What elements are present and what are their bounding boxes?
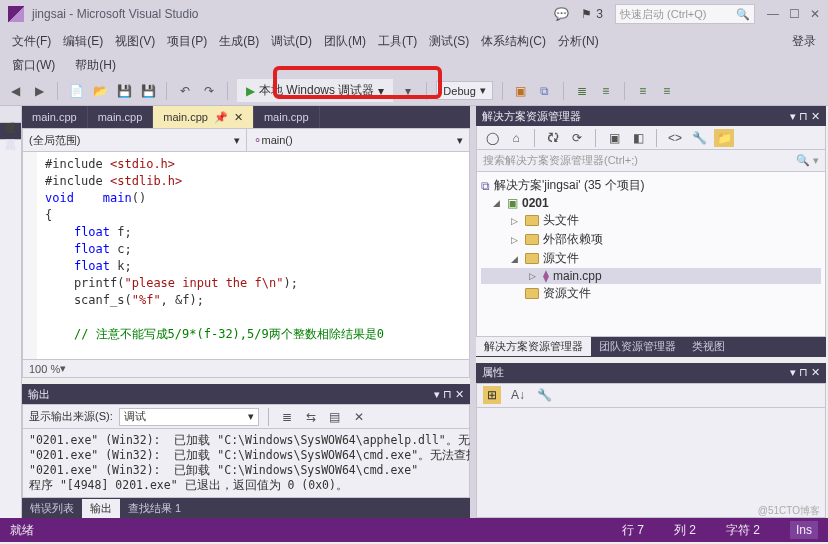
toolbox-icon[interactable]: ▣: [512, 82, 530, 100]
file-tab[interactable]: main.cpp: [22, 106, 88, 128]
menu-item[interactable]: 团队(M): [320, 31, 370, 52]
maximize-button[interactable]: ☐: [789, 7, 800, 21]
status-ready: 就绪: [10, 522, 34, 539]
output-bottom-tabs: 错误列表输出查找结果 1: [22, 498, 470, 518]
minimize-button[interactable]: —: [767, 7, 779, 21]
new-file-icon[interactable]: 📄: [67, 82, 85, 100]
outdent-icon[interactable]: ≡: [597, 82, 615, 100]
filter-icon[interactable]: 📁: [714, 129, 734, 147]
menu-item[interactable]: 项目(P): [163, 31, 211, 52]
function-combo[interactable]: ⚬ main()▾: [247, 129, 470, 151]
pin-icon[interactable]: ⊓: [799, 366, 808, 378]
autohide-icon[interactable]: ▾: [790, 366, 796, 378]
login-link[interactable]: 登录: [788, 31, 820, 52]
menu-item[interactable]: 文件(F): [8, 31, 55, 52]
quick-launch-input[interactable]: 快速启动 (Ctrl+Q)🔍: [615, 4, 755, 24]
scope-combo[interactable]: (全局范围)▾: [23, 129, 247, 151]
nav-fwd-icon[interactable]: ▶: [30, 82, 48, 100]
undo-icon[interactable]: ↶: [176, 82, 194, 100]
collapse-icon[interactable]: ◧: [629, 129, 647, 147]
menu-item[interactable]: 体系结构(C): [477, 31, 550, 52]
autohide-icon[interactable]: ▾: [434, 388, 440, 400]
menu-item[interactable]: 工具(T): [374, 31, 421, 52]
uncomment-icon[interactable]: ≡: [658, 82, 676, 100]
wrench-icon[interactable]: 🔧: [535, 386, 553, 404]
view-code-icon[interactable]: <>: [666, 129, 684, 147]
sort-icon[interactable]: A↓: [509, 386, 527, 404]
indent-icon[interactable]: ≣: [573, 82, 591, 100]
menu-item[interactable]: 编辑(E): [59, 31, 107, 52]
file-tab[interactable]: main.cpp: [254, 106, 320, 128]
panel-close-icon[interactable]: ✕: [811, 110, 820, 122]
toggle-wrap-icon[interactable]: ⇆: [302, 408, 320, 426]
tab-close-icon[interactable]: ✕: [234, 111, 243, 124]
solution-tree[interactable]: ⧉ 解决方案'jingsai' (35 个项目) ◢▣ 0201 ▷ 头文件 ▷…: [476, 172, 826, 337]
status-ins[interactable]: Ins: [790, 521, 818, 539]
menu-item[interactable]: 窗口(W): [8, 55, 59, 76]
properties-panel: 属性 ▾ ⊓ ✕ ⊞ A↓ 🔧: [476, 363, 826, 519]
layers-icon[interactable]: ⧉: [536, 82, 554, 100]
tree-folder-resources[interactable]: 资源文件: [481, 284, 821, 303]
tree-project[interactable]: ◢▣ 0201: [481, 195, 821, 211]
categorize-icon[interactable]: ⊞: [483, 386, 501, 404]
file-tab[interactable]: main.cpp: [88, 106, 154, 128]
output-source-combo[interactable]: 调试▾: [119, 408, 259, 426]
clear-output-icon[interactable]: ≣: [278, 408, 296, 426]
scope-value: (全局范围): [29, 133, 80, 148]
sln-tab[interactable]: 解决方案资源管理器: [476, 337, 591, 356]
menu-item[interactable]: 视图(V): [111, 31, 159, 52]
open-file-icon[interactable]: 📂: [91, 82, 109, 100]
menu-item[interactable]: 调试(D): [267, 31, 316, 52]
vtab-toolbox[interactable]: 工具箱: [0, 123, 21, 140]
output-tab[interactable]: 输出: [82, 499, 120, 518]
home-icon[interactable]: ⌂: [507, 129, 525, 147]
output-tab[interactable]: 查找结果 1: [120, 499, 189, 518]
close-button[interactable]: ✕: [810, 7, 820, 21]
panel-close-icon[interactable]: ✕: [455, 388, 464, 400]
tree-folder-headers[interactable]: ▷ 头文件: [481, 211, 821, 230]
back-icon[interactable]: ◯: [483, 129, 501, 147]
menu-item[interactable]: 帮助(H): [71, 55, 120, 76]
status-line: 行 7: [622, 522, 644, 539]
properties-icon[interactable]: 🔧: [690, 129, 708, 147]
save-all-icon[interactable]: 💾: [139, 82, 157, 100]
save-icon[interactable]: 💾: [115, 82, 133, 100]
menu-item[interactable]: 生成(B): [215, 31, 263, 52]
tree-file-maincpp[interactable]: ▷⧫ main.cpp: [481, 268, 821, 284]
notifications-icon[interactable]: 💬: [554, 7, 569, 21]
pin-icon[interactable]: ⊓: [799, 110, 808, 122]
pin-icon[interactable]: 📌: [214, 111, 228, 124]
chevron-down-icon[interactable]: ▾: [399, 82, 417, 100]
quick-launch-placeholder: 快速启动 (Ctrl+Q): [620, 7, 706, 22]
config-combo[interactable]: Debug ▾: [436, 81, 492, 100]
sync-icon[interactable]: ⟳: [568, 129, 586, 147]
sln-tab[interactable]: 团队资源管理器: [591, 337, 684, 356]
file-tab[interactable]: main.cpp 📌 ✕: [153, 106, 254, 128]
local-debugger-button[interactable]: ▶ 本地 Windows 调试器 ▾: [237, 79, 393, 102]
output-close-icon[interactable]: ✕: [350, 408, 368, 426]
pin-icon[interactable]: ⊓: [443, 388, 452, 400]
show-all-icon[interactable]: ▣: [605, 129, 623, 147]
autohide-icon[interactable]: ▾: [790, 110, 796, 122]
nav-back-icon[interactable]: ◀: [6, 82, 24, 100]
output-tab[interactable]: 错误列表: [22, 499, 82, 518]
tree-folder-extdeps[interactable]: ▷ 外部依赖项: [481, 230, 821, 249]
goto-icon[interactable]: ▤: [326, 408, 344, 426]
output-text[interactable]: "0201.exe" (Win32): 已加载 "C:\Windows\SysW…: [23, 429, 469, 497]
output-toolbar: 显示输出来源(S): 调试▾ ≣ ⇆ ▤ ✕: [23, 405, 469, 429]
sln-search-input[interactable]: 搜索解决方案资源管理器(Ctrl+;)🔍 ▾: [476, 150, 826, 172]
vtab-server-explorer[interactable]: 服务器资源管理器: [0, 106, 21, 123]
code-editor[interactable]: #include <stdio.h>#include <stdlib.h>voi…: [22, 152, 470, 360]
tree-solution-root[interactable]: ⧉ 解决方案'jingsai' (35 个项目): [481, 176, 821, 195]
redo-icon[interactable]: ↷: [200, 82, 218, 100]
panel-close-icon[interactable]: ✕: [811, 366, 820, 378]
refresh-icon[interactable]: 🗘: [544, 129, 562, 147]
sln-tab[interactable]: 类视图: [684, 337, 733, 356]
output-source-label: 显示输出来源(S):: [29, 409, 113, 424]
comment-icon[interactable]: ≡: [634, 82, 652, 100]
menu-item[interactable]: 测试(S): [425, 31, 473, 52]
menu-item[interactable]: 分析(N): [554, 31, 603, 52]
zoom-level[interactable]: 100 %: [29, 363, 60, 375]
flag-icon[interactable]: ⚑ 3: [581, 7, 603, 21]
tree-folder-source[interactable]: ◢ 源文件: [481, 249, 821, 268]
